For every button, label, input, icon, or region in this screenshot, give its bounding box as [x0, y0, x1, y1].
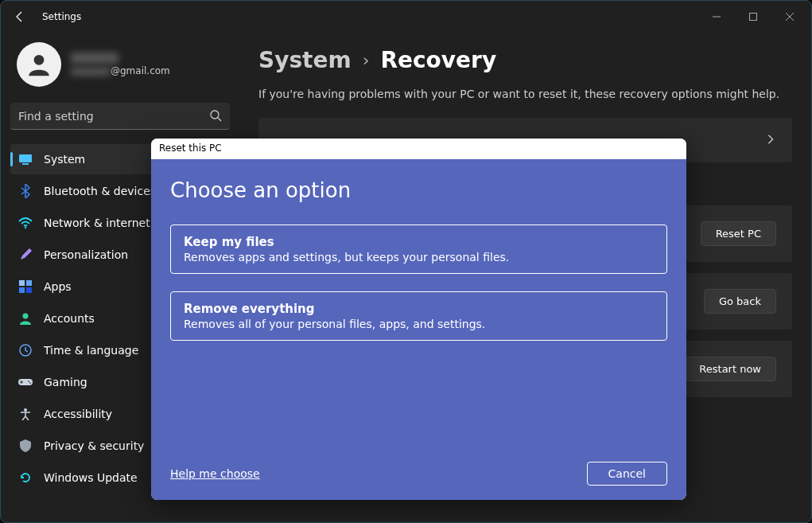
search-icon [209, 109, 222, 125]
reset-pc-dialog: Reset this PC Choose an option Keep my f… [151, 139, 686, 500]
sidebar-item-label: Personalization [44, 248, 128, 261]
svg-point-5 [211, 111, 219, 119]
svg-point-14 [23, 314, 29, 319]
cancel-button[interactable]: Cancel [587, 462, 667, 486]
bluetooth-devices-icon [18, 184, 33, 198]
privacy-security-icon [18, 439, 33, 453]
dialog-titlebar: Reset this PC [151, 139, 686, 159]
close-button[interactable] [771, 4, 808, 29]
svg-point-19 [24, 408, 27, 412]
svg-line-6 [218, 118, 221, 121]
sidebar-item-label: Gaming [44, 376, 87, 388]
option-title: Keep my files [184, 235, 654, 249]
svg-rect-10 [19, 280, 25, 286]
option-remove-everything[interactable]: Remove everything Removes all of your pe… [170, 291, 667, 341]
network-internet-icon [18, 216, 33, 230]
window-controls [698, 4, 808, 29]
accounts-icon [18, 311, 33, 326]
gaming-icon [18, 375, 33, 389]
svg-rect-1 [750, 14, 757, 21]
help-me-choose-link[interactable]: Help me choose [170, 467, 260, 480]
account-email: user@gmail.com [71, 65, 170, 76]
maximize-button[interactable] [735, 4, 771, 29]
avatar [17, 42, 61, 87]
svg-rect-11 [26, 280, 32, 286]
dialog-heading: Choose an option [170, 178, 667, 202]
svg-rect-7 [19, 154, 32, 162]
page-subtitle: If you're having problems with your PC o… [258, 88, 792, 100]
svg-point-17 [28, 381, 29, 382]
account-name-blurred: name [71, 53, 118, 64]
maximize-icon [749, 13, 757, 21]
apps-icon [18, 279, 33, 294]
option-desc: Removes apps and settings, but keeps you… [184, 251, 654, 263]
personalization-icon [18, 248, 33, 262]
close-icon [786, 13, 794, 21]
system-icon [18, 152, 33, 166]
sidebar-item-label: Accounts [44, 312, 95, 325]
sidebar-item-label: Apps [44, 280, 72, 293]
svg-rect-12 [19, 287, 25, 293]
reset-pc-button[interactable]: Reset PC [701, 221, 776, 246]
svg-rect-8 [22, 163, 29, 165]
chevron-right-icon: › [363, 50, 370, 70]
minimize-icon [713, 13, 721, 21]
dialog-body: Choose an option Keep my files Removes a… [151, 159, 686, 500]
sidebar-item-label: Windows Update [44, 471, 138, 484]
dialog-footer: Help me choose Cancel [170, 462, 667, 486]
settings-window: Settings name user@gmail.com [0, 0, 812, 523]
breadcrumb: System › Recovery [258, 47, 792, 73]
option-title: Remove everything [184, 302, 654, 316]
accessibility-icon [18, 407, 33, 421]
go-back-button[interactable]: Go back [704, 289, 776, 314]
sidebar-item-label: Bluetooth & devices [44, 185, 156, 197]
restart-now-button[interactable]: Restart now [684, 357, 776, 381]
search-input[interactable] [10, 103, 230, 130]
breadcrumb-current: Recovery [380, 47, 496, 73]
titlebar: Settings [1, 1, 811, 33]
chevron-right-icon [765, 133, 776, 148]
sidebar-item-label: System [44, 153, 85, 166]
arrow-left-icon [14, 10, 26, 23]
search-box [10, 103, 230, 130]
windows-update-icon [18, 470, 33, 485]
account-block[interactable]: name user@gmail.com [10, 33, 230, 103]
svg-point-9 [25, 227, 26, 228]
svg-point-18 [29, 382, 31, 384]
back-button[interactable] [4, 1, 36, 33]
account-text: name user@gmail.com [71, 53, 170, 76]
sidebar-item-label: Network & internet [44, 217, 150, 229]
window-title: Settings [42, 11, 81, 22]
sidebar-item-label: Accessibility [44, 408, 112, 420]
sidebar-item-label: Time & language [44, 344, 138, 357]
option-keep-my-files[interactable]: Keep my files Removes apps and settings,… [170, 224, 667, 274]
minimize-button[interactable] [698, 4, 735, 29]
time-language-icon [18, 343, 33, 357]
sidebar-item-label: Privacy & security [44, 439, 144, 452]
svg-rect-13 [26, 287, 32, 293]
option-desc: Removes all of your personal files, apps… [184, 318, 654, 330]
svg-point-4 [34, 55, 45, 65]
breadcrumb-parent[interactable]: System [258, 47, 352, 73]
person-icon [25, 51, 52, 78]
